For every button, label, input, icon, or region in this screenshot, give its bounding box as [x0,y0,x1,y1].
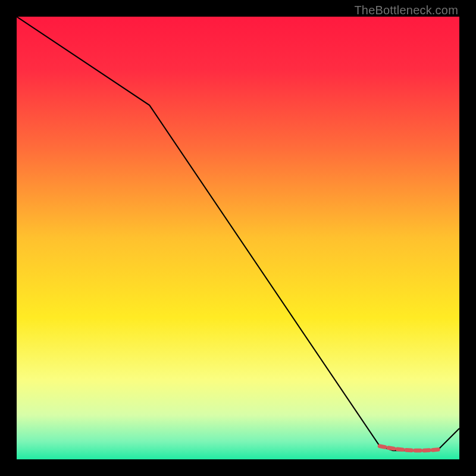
chart-canvas [17,17,459,459]
svg-line-2 [397,449,403,450]
credit-text: TheBottleneck.com [354,4,458,17]
svg-line-1 [389,448,394,449]
svg-line-6 [433,449,438,450]
heat-background [17,17,459,459]
svg-line-0 [380,446,385,447]
chart-frame: TheBottleneck.com [0,0,476,476]
